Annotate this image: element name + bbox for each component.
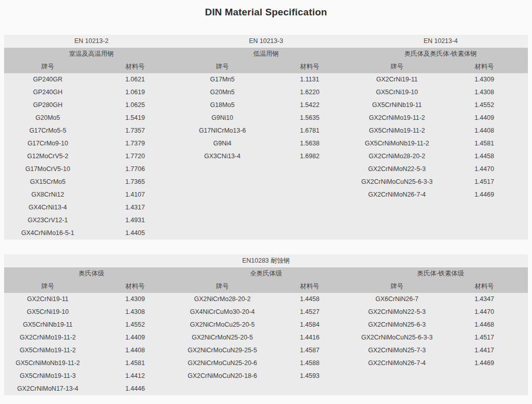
tables: EN 10213-2EN 10213-3EN 10213-4室温及高温用钢低温用…: [0, 35, 532, 395]
section-row-cells: [353, 227, 528, 240]
section-row-cells: [179, 382, 353, 395]
grade-cell: GX5CrNiMo19-11-2: [4, 344, 92, 357]
material-no-cell: 1.4412: [92, 370, 179, 382]
grade-cell: [353, 214, 441, 227]
section-row-cells: GX5CrNi19-101.4308: [4, 306, 179, 318]
grade-cell: GX8CrNi12: [4, 188, 92, 201]
grade-cell: [179, 214, 266, 227]
section-row-cells: GX5CrNiMoNb19-11-21.4581: [4, 357, 179, 370]
section-row-cells: [353, 370, 528, 382]
material-no-cell: 1.4931: [92, 214, 179, 227]
column-header-row: 牌号材料号牌号材料号牌号材料号: [4, 280, 528, 293]
grade-cell: GX4CrNi13-4: [4, 201, 92, 214]
section-row-cells: GX2NiCrMoCuN29-25-51.4587: [179, 344, 353, 357]
section-row-cells: GX5CrNiNb19-111.4552: [353, 99, 528, 112]
grade-cell: GX5CrNi19-10: [353, 86, 441, 99]
section-subtitle-row: 室温及高温用钢低温用钢奥氏体及奥氏体-铁素体钢: [4, 48, 528, 60]
table-title: EN10283 耐蚀钢: [4, 254, 528, 267]
standard-label: EN 10213-3: [179, 35, 353, 47]
section-row-cells: GX5CrNi19-101.4308: [353, 86, 528, 99]
material-no-cell: 1.4417: [441, 344, 528, 357]
section-row-cells: GX5CrNiNb19-111.4552: [4, 318, 179, 331]
section-row-cells: GX2CrNiMoN25-7-31.4417: [353, 344, 528, 357]
grade-cell: GX2NiCrMo28-20-2: [179, 293, 266, 306]
section-row-cells: GX2NiCrMo28-20-21.4458: [179, 293, 353, 306]
material-no-cell: 1.4584: [266, 318, 354, 331]
table-row: GX15CrMo51.7365GX2CrNiMoCuN25-6-3-31.451…: [4, 176, 528, 188]
section-subtitle: 全奥氏体级: [179, 267, 353, 280]
material-no-cell: [266, 188, 354, 201]
section-subtitle: 奥氏体及奥氏体-铁素体钢: [353, 48, 528, 60]
section-subtitle-row: 奥氏体级全奥氏体级奥氏体-铁素体级: [4, 267, 528, 280]
section-row-cells: GX4NiCrCuMo30-20-41.4527: [179, 306, 353, 318]
en-10283-table: EN10283 耐蚀钢奥氏体级全奥氏体级奥氏体-铁素体级牌号材料号牌号材料号牌号…: [4, 254, 528, 395]
material-no-column-header: 材料号: [92, 280, 179, 293]
table-data-block: GP240GR1.0621G17Mn51.1131GX2CrNi19-111.4…: [4, 73, 528, 240]
section-row-cells: [179, 176, 353, 188]
material-no-cell: 1.5419: [92, 112, 179, 124]
table-row: GX2CrNi19-111.4309GX2NiCrMo28-20-21.4458…: [4, 293, 528, 306]
section-row-cells: GX2CrNiMoCuN20-18-61.4593: [179, 370, 353, 382]
grade-column-header: 牌号: [4, 280, 92, 293]
grade-cell: GX2CrNi19-11: [4, 293, 92, 306]
grade-cell: GX2CrNiMoN22-5-3: [353, 163, 441, 176]
section-row-cells: [179, 188, 353, 201]
table-row: GX8CrNi121.4107GX2CrNiMoN26-7-41.4469: [4, 188, 528, 201]
table-row: GX5CrNiMo19-11-31.4412GX2CrNiMoCuN20-18-…: [4, 370, 528, 382]
table-row: G20Mo51.5419G9Ni101.5635GX2CrNiMo19-11-2…: [4, 112, 528, 124]
section-row-cells: GX2NiCrMoCu25-20-51.4584: [179, 318, 353, 331]
section-row-cells: G17CrMo5-51.7357: [4, 124, 179, 137]
section-row-cells: GX2CrNiMoN22-5-31.4470: [353, 306, 528, 318]
section-column-headers: 牌号材料号: [179, 60, 353, 73]
grade-cell: [179, 188, 266, 201]
grade-cell: GX6CrNiN26-7: [353, 293, 441, 306]
grade-cell: GX2NiCrMoCuN25-20-6: [179, 357, 266, 370]
grade-cell: GX4CrNiMo16-5-1: [4, 227, 92, 240]
material-no-cell: 1.4408: [441, 124, 528, 137]
table-row: GX5CrNiMo19-11-21.4408GX2NiCrMoCuN29-25-…: [4, 344, 528, 357]
table-row: GX5CrNiMoNb19-11-21.4581GX2NiCrMoCuN25-2…: [4, 357, 528, 370]
table-row: GP240GR1.0621G17Mn51.1131GX2CrNi19-111.4…: [4, 73, 528, 86]
section-row-cells: GX8CrNi121.4107: [4, 188, 179, 201]
material-no-cell: 1.4527: [266, 306, 354, 318]
material-no-cell: [266, 214, 354, 227]
section-row-cells: G18Mo51.5422: [179, 99, 353, 112]
section-row-cells: [179, 201, 353, 214]
section-row-cells: GP280GH1.0625: [4, 99, 179, 112]
material-no-cell: 1.1131: [266, 73, 354, 86]
table-data-block: GX2CrNi19-111.4309GX2NiCrMo28-20-21.4458…: [4, 293, 528, 395]
section-row-cells: GX15CrMo51.7365: [4, 176, 179, 188]
grade-cell: GX3CNi13-4: [179, 150, 266, 163]
section-row-cells: GP240GH1.0619: [4, 86, 179, 99]
grade-cell: GX2CrNiMo19-11-2: [4, 331, 92, 344]
section-row-cells: GX2CrNiMoN17-13-41.4446: [4, 382, 179, 395]
grade-cell: GX2CrNi19-11: [353, 73, 441, 86]
material-no-cell: 1.4468: [441, 318, 528, 331]
grade-cell: GX2CrNiMoN17-13-4: [4, 382, 92, 395]
table-row: GX2CrNiMoN17-13-41.4446: [4, 382, 528, 395]
material-no-cell: 1.0621: [92, 73, 179, 86]
table-row: GX5CrNiNb19-111.4552GX2NiCrMoCu25-20-51.…: [4, 318, 528, 331]
section-row-cells: GX5CrNiMo19-11-21.4408: [353, 124, 528, 137]
section-row-cells: G9Ni41.5638: [179, 137, 353, 150]
grade-cell: GX2CrNiMoN26-7-4: [353, 357, 441, 370]
grade-cell: GX2NiCrMoN25-20-5: [179, 331, 266, 344]
material-no-column-header: 材料号: [266, 60, 354, 73]
material-no-cell: [266, 382, 354, 395]
grade-cell: [353, 370, 441, 382]
material-no-cell: 1.4308: [441, 86, 528, 99]
grade-cell: G18Mo5: [179, 99, 266, 112]
section-row-cells: GX2CrNiMoN25-6-31.4468: [353, 318, 528, 331]
section-row-cells: GX2CrNi19-111.4309: [353, 73, 528, 86]
section-row-cells: GX4CrNi13-41.4317: [4, 201, 179, 214]
material-no-cell: 1.7720: [92, 150, 179, 163]
section-column-headers: 牌号材料号: [353, 280, 528, 293]
grade-cell: [353, 201, 441, 214]
table-header-band: EN10283 耐蚀钢: [4, 254, 528, 267]
material-no-cell: [441, 214, 528, 227]
grade-cell: GX15CrMo5: [4, 176, 92, 188]
grade-cell: [353, 227, 441, 240]
material-no-cell: [441, 227, 528, 240]
section-row-cells: G17MoCrV5-101.7706: [4, 163, 179, 176]
material-no-cell: 1.4469: [441, 357, 528, 370]
